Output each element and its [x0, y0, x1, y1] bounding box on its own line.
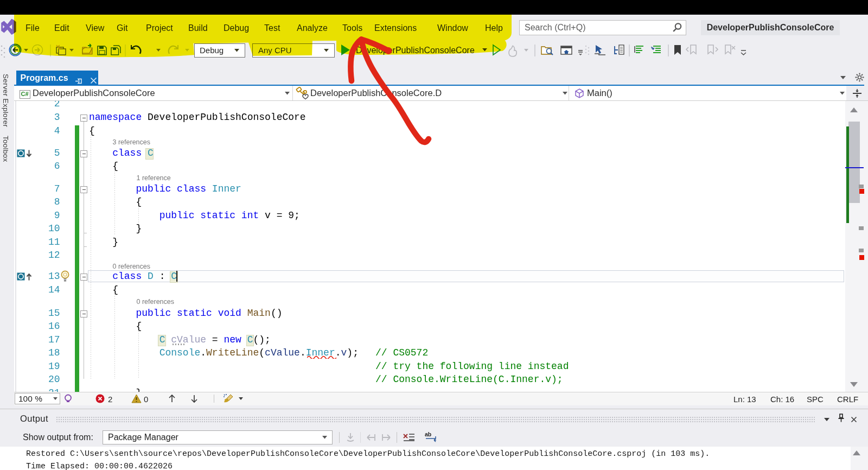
- svg-text:ab: ab: [425, 431, 431, 437]
